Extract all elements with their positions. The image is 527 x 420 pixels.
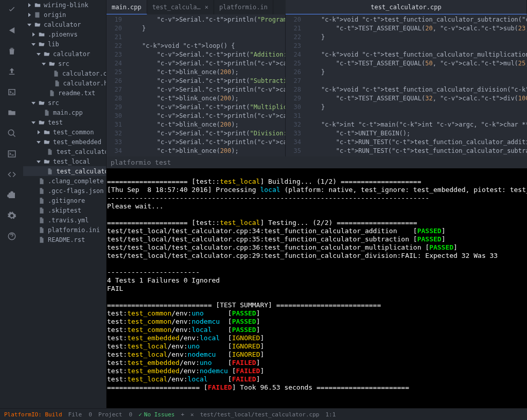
file-tree: wiring-blinkorigincalculator.pioenvslibc… xyxy=(23,0,107,408)
tree-item[interactable]: lib xyxy=(23,39,106,49)
tab-test-calculator-right[interactable]: test_calculator.cpp xyxy=(286,0,527,14)
terminal-output[interactable]: ==================== [test::test_local] … xyxy=(107,168,527,408)
status-bar: PlatformIO: Build File 0 Project 0 ✓ No … xyxy=(0,408,527,420)
tree-item[interactable]: origin xyxy=(23,10,106,20)
tree-item[interactable]: .gcc-flags.json xyxy=(23,186,106,196)
tab-row: main.cpp test_calcula…× platformio.in te… xyxy=(107,0,527,14)
editor-left[interactable]: 19 20 21 22 23 24 25 26 27 28 29 30 31 3… xyxy=(107,14,286,156)
status-file[interactable]: File 0 xyxy=(68,411,92,418)
search-icon[interactable] xyxy=(7,129,16,138)
tree-item[interactable]: test xyxy=(23,117,106,127)
tree-item[interactable]: .skiptest xyxy=(23,205,106,215)
status-linecol: 1:1 xyxy=(325,411,336,418)
tree-item[interactable]: calculator.cpp xyxy=(23,68,106,78)
tree-item[interactable]: main.cpp xyxy=(23,108,106,117)
tab-platformio-ini[interactable]: platformio.in xyxy=(214,0,273,14)
tree-item[interactable]: calculator.h xyxy=(23,78,106,88)
editor-area: main.cpp test_calcula…× platformio.in te… xyxy=(107,0,527,408)
terminal-header: platformio test xyxy=(107,156,527,168)
tree-item[interactable]: src xyxy=(23,98,106,108)
tree-item[interactable]: src xyxy=(23,59,106,68)
serial-icon[interactable] xyxy=(7,87,16,97)
tree-item[interactable]: .travis.yml xyxy=(23,215,106,225)
tree-item[interactable]: readme.txt xyxy=(23,88,106,98)
editor-right[interactable]: 20 21 22 23 24 25 26 27 28 29 30 31 32 3… xyxy=(286,14,527,156)
status-close-icon[interactable]: ✕ xyxy=(190,411,194,418)
close-icon[interactable]: × xyxy=(205,4,208,11)
terminal-icon[interactable] xyxy=(7,149,16,159)
tree-item[interactable]: platformio.ini xyxy=(23,225,106,235)
status-pio-build[interactable]: PlatformIO: Build xyxy=(4,411,62,418)
tree-item[interactable]: test_common xyxy=(23,127,106,137)
arrow-icon[interactable] xyxy=(7,26,16,35)
tree-item[interactable]: test_calculator.cpp xyxy=(23,166,106,176)
tree-item[interactable]: test_local xyxy=(23,156,106,166)
tree-item[interactable]: README.rst xyxy=(23,235,106,244)
tree-item[interactable]: wiring-blink xyxy=(23,0,106,10)
status-path: test/test_local/test_calculator.cpp xyxy=(200,411,320,418)
tree-item[interactable]: test_embedded xyxy=(23,137,106,147)
folder-icon[interactable] xyxy=(7,108,16,117)
activity-bar xyxy=(0,0,23,408)
check-icon[interactable] xyxy=(7,5,16,14)
upload-icon[interactable] xyxy=(7,67,16,76)
code-icon[interactable] xyxy=(7,170,16,179)
tree-item[interactable]: .clang_complete xyxy=(23,176,106,186)
trash-icon[interactable] xyxy=(7,46,16,56)
tree-item[interactable]: calculator xyxy=(23,49,106,59)
status-project[interactable]: Project 0 xyxy=(98,411,132,418)
status-add-icon[interactable]: + xyxy=(181,411,184,418)
gear-icon[interactable] xyxy=(7,211,16,220)
tab-test-calculator[interactable]: test_calcula…× xyxy=(147,0,214,14)
tree-item[interactable]: calculator xyxy=(23,20,106,29)
tab-main-cpp[interactable]: main.cpp xyxy=(107,0,147,14)
plugin-icon[interactable] xyxy=(7,190,16,200)
tree-item[interactable]: test_calculator.cpp xyxy=(23,147,106,156)
help-icon[interactable] xyxy=(7,232,16,241)
status-issues[interactable]: ✓ No Issues xyxy=(138,411,174,418)
tree-item[interactable]: .gitignore xyxy=(23,196,106,205)
tree-item[interactable]: .pioenvs xyxy=(23,29,106,39)
